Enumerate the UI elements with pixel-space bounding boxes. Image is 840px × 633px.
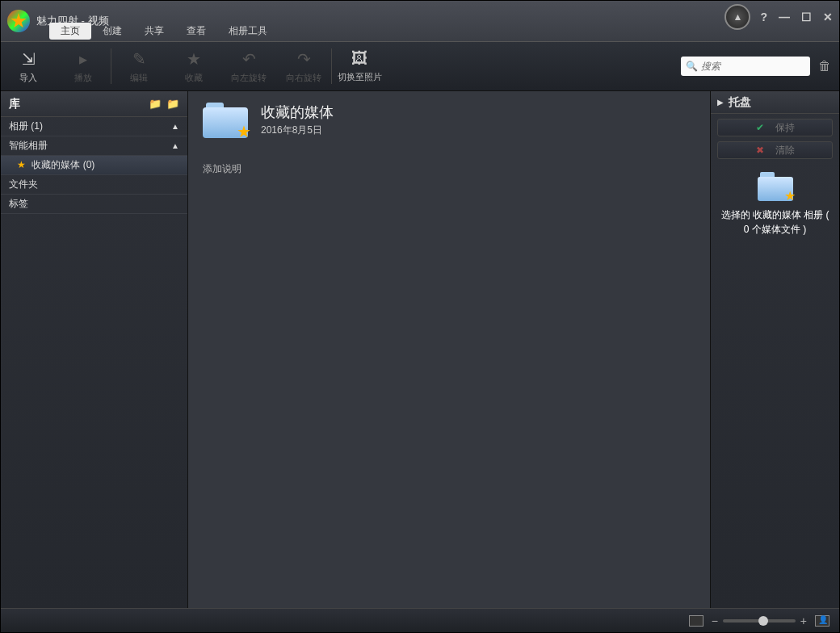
tray-header[interactable]: ▶ 托盘 [711, 91, 839, 114]
menu-view[interactable]: 查看 [175, 23, 217, 40]
search-icon: 🔍 [686, 61, 698, 72]
sidebar-smart-label: 智能相册 [9, 139, 48, 153]
add-smart-album-icon[interactable]: 📁 [166, 98, 179, 110]
body: 库 📁 📁 相册 (1) ▲ 智能相册 ▲ ★ 收藏的媒体 (0) [1, 91, 839, 608]
tray-keep-label: 保持 [775, 121, 795, 135]
maximize-button[interactable]: ☐ [801, 10, 812, 23]
menu-share[interactable]: 共享 [133, 23, 175, 40]
edit-icon: ✎ [132, 49, 146, 69]
titlebar: 魅力四射 - 视频 主页 创建 共享 查看 相册工具 ▲ ? — ☐ ✕ [1, 1, 839, 41]
switch-label: 切换至照片 [338, 71, 382, 83]
add-album-icon[interactable]: 📁 [149, 98, 162, 110]
edit-button[interactable]: ✎ 编辑 [111, 42, 166, 90]
album-info: 收藏的媒体 2016年8月5日 [261, 103, 334, 137]
sidebar-tags[interactable]: 标签 [1, 195, 187, 214]
x-icon: ✖ [756, 145, 764, 156]
album-date: 2016年8月5日 [261, 124, 334, 137]
title-right: ▲ ? — ☐ ✕ [724, 4, 833, 30]
star-icon: ★ [17, 159, 26, 170]
upload-button[interactable]: ▲ [724, 4, 750, 30]
play-button[interactable]: ▸ 播放 [56, 42, 111, 90]
tray-clear-label: 清除 [775, 144, 795, 157]
menubar: 主页 创建 共享 查看 相册工具 [1, 22, 279, 40]
play-icon: ▸ [79, 49, 87, 69]
zoom-track[interactable] [723, 619, 796, 623]
zoom-slider[interactable]: − + [712, 614, 807, 627]
star-icon: ★ [187, 49, 201, 69]
import-button[interactable]: ⇲ 导入 [1, 42, 56, 90]
zoom-knob[interactable] [758, 616, 768, 626]
rotate-right-button[interactable]: ↷ 向右旋转 [276, 42, 331, 90]
zoom-in-icon[interactable]: + [800, 614, 807, 627]
sidebar-favorite-media[interactable]: ★ 收藏的媒体 (0) [1, 156, 187, 175]
sidebar-albums[interactable]: 相册 (1) ▲ [1, 117, 187, 136]
add-description-link[interactable]: 添加说明 [203, 162, 695, 176]
album-title: 收藏的媒体 [261, 103, 334, 122]
star-icon: ★ [237, 122, 251, 141]
tray-selection-text: 选择的 收藏的媒体 相册 ( 0 个媒体文件 ) [711, 208, 839, 237]
window-controls: ? — ☐ ✕ [760, 10, 833, 23]
edit-label: 编辑 [130, 72, 148, 84]
rotate-right-label: 向右旋转 [286, 72, 321, 84]
menu-album-tools[interactable]: 相册工具 [217, 23, 279, 40]
tray-keep-button[interactable]: ✔ 保持 [717, 119, 833, 136]
tray-clear-button[interactable]: ✖ 清除 [717, 141, 833, 159]
tray-title: 托盘 [729, 95, 751, 110]
person-icon: 👤 [818, 615, 828, 624]
sidebar-tags-label: 标签 [9, 197, 28, 211]
sidebar-fav-label: 收藏的媒体 (0) [32, 159, 94, 170]
toolbar-right: 🔍 🗑 [681, 57, 839, 76]
main-content: ★ 收藏的媒体 2016年8月5日 添加说明 [188, 91, 710, 608]
sidebar-folders-label: 文件夹 [9, 178, 38, 191]
zoom-out-icon[interactable]: − [712, 614, 718, 627]
sidebar: 库 📁 📁 相册 (1) ▲ 智能相册 ▲ ★ 收藏的媒体 (0) [1, 91, 188, 608]
sidebar-fav-wrapper: ★ 收藏的媒体 (0) [17, 158, 94, 172]
menu-home[interactable]: 主页 [49, 23, 91, 40]
app-window: 魅力四射 - 视频 主页 创建 共享 查看 相册工具 ▲ ? — ☐ ✕ ⇲ 导… [0, 0, 840, 633]
toolbar: ⇲ 导入 ▸ 播放 ✎ 编辑 ★ 收藏 ↶ 向左旋转 ↷ 向右旋转 🖼 切换至照… [1, 41, 839, 91]
view-mode-button-2[interactable]: 👤 [815, 615, 830, 627]
rotate-left-label: 向左旋转 [231, 72, 267, 84]
rotate-left-icon: ↶ [242, 49, 256, 69]
album-folder-icon: ★ [203, 103, 248, 138]
collapse-icon: ▲ [171, 141, 179, 150]
sidebar-albums-label: 相册 (1) [9, 119, 43, 133]
sidebar-header-icons: 📁 📁 [149, 98, 179, 110]
album-header: ★ 收藏的媒体 2016年8月5日 [203, 103, 695, 138]
sidebar-header: 库 📁 📁 [1, 91, 187, 117]
import-label: 导入 [19, 72, 37, 84]
view-mode-button-1[interactable] [689, 615, 704, 627]
search-box[interactable]: 🔍 [681, 57, 810, 76]
import-icon: ⇲ [22, 49, 36, 69]
menu-create[interactable]: 创建 [91, 23, 133, 40]
arrow-up-icon: ▲ [733, 11, 742, 23]
sidebar-folders[interactable]: 文件夹 [1, 175, 187, 195]
expand-icon: ▶ [717, 98, 724, 107]
close-button[interactable]: ✕ [823, 10, 833, 23]
sidebar-title: 库 [9, 97, 20, 111]
switch-photo-button[interactable]: 🖼 切换至照片 [332, 42, 387, 90]
sidebar-smart-albums[interactable]: 智能相册 ▲ [1, 136, 187, 156]
check-icon: ✔ [756, 122, 764, 133]
star-icon: ★ [784, 188, 796, 203]
search-input[interactable] [701, 61, 805, 72]
rotate-right-icon: ↷ [297, 49, 311, 69]
statusbar: − + 👤 [1, 608, 839, 632]
trash-button[interactable]: 🗑 [818, 59, 831, 73]
tray-panel: ▶ 托盘 ✔ 保持 ✖ 清除 ★ 选择的 收藏的媒体 相册 ( 0 个媒体文件 … [710, 91, 839, 608]
collapse-icon: ▲ [171, 122, 179, 131]
favorite-button[interactable]: ★ 收藏 [166, 42, 221, 90]
play-label: 播放 [74, 72, 92, 84]
help-button[interactable]: ? [760, 10, 767, 23]
minimize-button[interactable]: — [779, 10, 790, 23]
switch-icon: 🖼 [351, 49, 368, 68]
tray-folder-icon: ★ [758, 172, 793, 201]
favorite-label: 收藏 [185, 72, 203, 84]
rotate-left-button[interactable]: ↶ 向左旋转 [221, 42, 276, 90]
